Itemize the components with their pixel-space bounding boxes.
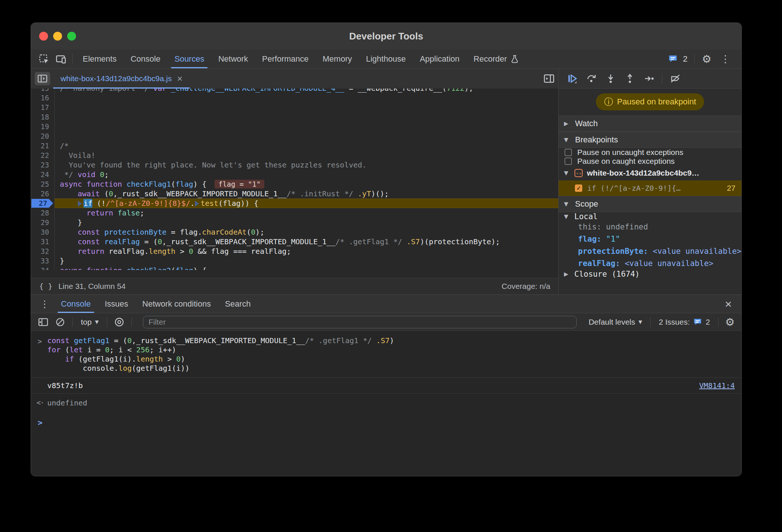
- breakpoint-option-row[interactable]: Pause on uncaught exceptions: [559, 148, 741, 157]
- step-position-marker-icon[interactable]: [78, 201, 82, 207]
- code-line: 28 return false;: [31, 208, 558, 218]
- console-input-echo: >const getFlag1 = (0,_rust_sdk__WEBPACK_…: [31, 333, 741, 378]
- watch-section-header[interactable]: ▶ Watch: [559, 115, 741, 132]
- line-number[interactable]: 27: [31, 198, 55, 208]
- line-number[interactable]: 26: [31, 189, 55, 198]
- drawer-tab-search[interactable]: Search: [218, 295, 258, 313]
- line-number[interactable]: 15: [31, 89, 55, 93]
- drawer-tab-console[interactable]: Console: [54, 295, 98, 313]
- pretty-print-icon[interactable]: { }: [39, 282, 52, 291]
- line-number[interactable]: 16: [31, 93, 55, 103]
- close-window-button[interactable]: [39, 32, 48, 41]
- zoom-window-button[interactable]: [67, 32, 76, 41]
- line-number[interactable]: 25: [31, 179, 55, 189]
- line-number[interactable]: 20: [31, 131, 55, 141]
- code-editor[interactable]: 15/* harmony import */ var _challenge__W…: [31, 89, 558, 278]
- code-token: ;: [140, 208, 144, 217]
- line-number[interactable]: 29: [31, 218, 55, 227]
- line-number[interactable]: 22: [31, 151, 55, 160]
- line-number[interactable]: 31: [31, 237, 55, 246]
- code-line-text: async function checkFlag2(flag) {: [55, 266, 558, 270]
- scope-group-local[interactable]: ▼Local: [559, 212, 741, 221]
- console-source-link[interactable]: VM8141:4: [699, 381, 735, 390]
- tab-recorder[interactable]: Recorder: [467, 49, 526, 68]
- tab-memory[interactable]: Memory: [316, 49, 359, 68]
- close-file-tab-icon[interactable]: ×: [177, 74, 182, 83]
- checkbox-unchecked[interactable]: [565, 149, 572, 156]
- code-token: false: [118, 208, 140, 217]
- console-settings-gear-icon[interactable]: ⚙: [724, 316, 736, 328]
- tab-network[interactable]: Network: [211, 49, 255, 68]
- line-number[interactable]: 33: [31, 256, 55, 266]
- breakpoint-file-group[interactable]: ▼ ‹› white-box-143d12a9cbc4bc9…: [559, 166, 741, 180]
- drawer-menu-icon[interactable]: ⋮: [35, 298, 54, 310]
- chevron-right-icon: ▶: [564, 120, 570, 127]
- console-code-line: console.log(getFlag1(i)): [31, 364, 741, 373]
- info-icon: ⓘ: [604, 96, 613, 108]
- step-over-icon[interactable]: [582, 73, 601, 84]
- inspect-element-icon[interactable]: [35, 49, 52, 68]
- line-number[interactable]: 23: [31, 160, 55, 170]
- scope-variable-row[interactable]: protectionByte: <value unavailable>: [559, 245, 741, 258]
- console-filter-input[interactable]: [143, 316, 577, 328]
- line-number[interactable]: 28: [31, 208, 55, 218]
- tab-application[interactable]: Application: [413, 49, 467, 68]
- settings-gear-icon[interactable]: ⚙: [698, 53, 715, 65]
- code-token: /* .getFlag1 */: [305, 336, 372, 345]
- tab-sources[interactable]: Sources: [167, 49, 211, 68]
- code-line: 26 await (0,_rust_sdk__WEBPACK_IMPORTED_…: [31, 189, 558, 198]
- step-out-icon[interactable]: [621, 73, 639, 84]
- checkbox-unchecked[interactable]: [565, 158, 572, 165]
- step-position-marker-icon[interactable]: [195, 201, 199, 207]
- line-number[interactable]: 19: [31, 122, 55, 131]
- close-drawer-icon[interactable]: ×: [720, 298, 737, 310]
- tab-lighthouse[interactable]: Lighthouse: [359, 49, 413, 68]
- line-number[interactable]: 32: [31, 246, 55, 256]
- scope-group-closure[interactable]: ▶Closure (1674): [559, 270, 741, 279]
- deactivate-breakpoints-icon[interactable]: [666, 73, 685, 84]
- device-toolbar-icon[interactable]: [52, 49, 69, 68]
- log-levels-select[interactable]: Default levels ▼: [586, 318, 645, 327]
- line-number[interactable]: 21: [31, 141, 55, 151]
- console-issues-counter[interactable]: 2 Issues: 2: [656, 317, 713, 327]
- console-code-line: if (getFlag1(i).length > 0): [31, 355, 741, 364]
- line-number[interactable]: 34: [31, 266, 55, 270]
- tab-console[interactable]: Console: [124, 49, 168, 68]
- breakpoint-checkbox[interactable]: ✓: [575, 184, 582, 192]
- code-line-text: if (!/^[a-zA-Z0-9!]{8}$/.test(flag)) {: [55, 198, 558, 208]
- step-icon[interactable]: [640, 73, 658, 84]
- scope-variable-row[interactable]: realFlag: <value unavailable>: [559, 258, 741, 270]
- show-navigator-icon[interactable]: [35, 72, 50, 85]
- resume-script-icon[interactable]: [563, 73, 582, 84]
- context-label: top: [81, 318, 92, 327]
- more-options-icon[interactable]: ⋮: [717, 53, 734, 65]
- line-number[interactable]: 30: [31, 227, 55, 237]
- scope-section-header[interactable]: ▼ Scope: [559, 196, 741, 212]
- scope-variable-row[interactable]: this: undefined: [559, 221, 741, 233]
- live-expression-eye-icon[interactable]: [112, 317, 126, 327]
- tab-performance[interactable]: Performance: [255, 49, 316, 68]
- code-token: 0: [189, 247, 193, 256]
- javascript-context-select[interactable]: top ▼: [78, 318, 102, 327]
- line-number[interactable]: 18: [31, 112, 55, 122]
- drawer-tab-issues[interactable]: Issues: [98, 295, 136, 313]
- code-line-text: [55, 122, 558, 131]
- code-token: [122, 266, 127, 270]
- console-messages[interactable]: >const getFlag1 = (0,_rust_sdk__WEBPACK_…: [31, 331, 741, 476]
- drawer-tab-network-conditions[interactable]: Network conditions: [135, 295, 218, 313]
- breakpoint-entry[interactable]: ✓ if (!/^[a-zA-Z0-9!]{… 27: [559, 180, 741, 196]
- tab-elements[interactable]: Elements: [76, 49, 124, 68]
- collapse-sources-panel-icon[interactable]: [540, 74, 558, 83]
- issues-icon[interactable]: [667, 54, 679, 64]
- line-number[interactable]: 24: [31, 170, 55, 179]
- console-prompt[interactable]: >: [31, 412, 741, 433]
- breakpoints-section-header[interactable]: ▼ Breakpoints: [559, 132, 741, 148]
- scope-variable-row[interactable]: flag: "1": [559, 233, 741, 245]
- line-number[interactable]: 17: [31, 103, 55, 112]
- step-into-icon[interactable]: [601, 73, 620, 84]
- clear-console-icon[interactable]: [53, 317, 67, 327]
- file-tab[interactable]: white-box-143d12a9cbc4bc9a.js ×: [53, 69, 190, 89]
- console-sidebar-toggle-icon[interactable]: [36, 318, 50, 327]
- minimize-window-button[interactable]: [53, 32, 62, 41]
- breakpoint-option-row[interactable]: Pause on caught exceptions: [559, 157, 741, 166]
